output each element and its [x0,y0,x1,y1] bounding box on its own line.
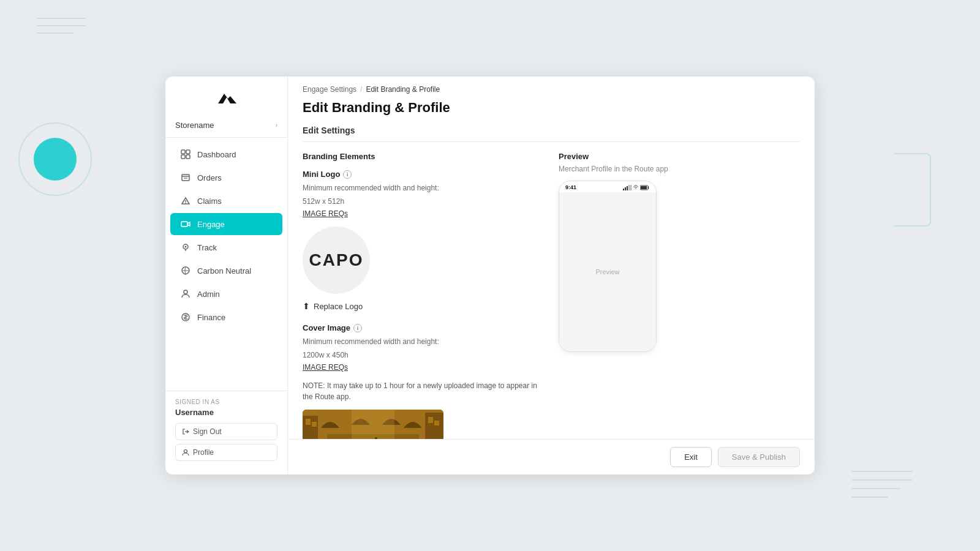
svg-rect-7 [181,150,185,154]
logo-preview-text: CAPO [309,250,364,270]
page-title: Edit Branding & Profile [303,100,800,116]
sidebar-label-engage: Engage [197,220,225,229]
svg-rect-27 [306,419,311,425]
sidebar-label-finance: Finance [197,313,225,322]
phone-status-icons [623,185,650,190]
svg-point-24 [184,450,187,453]
svg-rect-28 [312,422,317,427]
sidebar-label-dashboard: Dashboard [197,150,236,159]
breadcrumb: Engage Settings / Edit Branding & Profil… [303,85,800,94]
branding-elements-title: Branding Elements [303,152,544,161]
cover-image-info-icon[interactable]: i [353,324,362,332]
sidebar-label-track: Track [197,243,217,252]
phone-preview-label: Preview [595,268,619,276]
profile-button[interactable]: Profile [175,444,277,461]
svg-point-15 [185,203,186,204]
svg-rect-43 [641,186,647,189]
bg-decoration-circle-inner [34,138,77,181]
username-label: Username [175,408,277,417]
bg-decoration-bracket [894,153,931,227]
svg-rect-39 [627,186,628,190]
sidebar-label-claims: Claims [197,197,222,206]
breadcrumb-sep: / [360,85,362,94]
sidebar-footer: SIGNED IN AS Username Sign Out Profile [165,391,287,465]
sign-out-button[interactable]: Sign Out [175,423,277,440]
sidebar-item-admin[interactable]: Admin [170,283,282,305]
sidebar-item-claims[interactable]: Claims [170,190,282,212]
finance-icon [180,312,191,323]
sidebar-item-finance[interactable]: Finance [170,306,282,328]
save-publish-button[interactable]: Save & Publish [718,447,800,467]
cover-image-desc1: Minimum recommended width and height: [303,336,544,347]
chevron-right-icon: › [276,122,277,129]
phone-time: 9:41 [565,184,576,190]
orders-icon [180,172,191,183]
signal-bars-icon [623,185,631,190]
bottom-action-bar: Exit Save & Publish [288,439,815,474]
sign-out-label: Sign Out [193,427,222,436]
profile-label: Profile [193,448,214,457]
mini-logo-image-req-link[interactable]: IMAGE REQs [303,209,544,218]
sidebar-label-admin: Admin [197,290,220,299]
engage-icon [180,219,191,230]
replace-logo-button[interactable]: ⬆ Replace Logo [303,301,363,311]
claims-icon [180,195,191,206]
phone-mockup: 9:41 [559,181,657,352]
sidebar-label-orders: Orders [197,173,222,182]
svg-rect-40 [628,185,630,190]
sidebar-label-carbon: Carbon Neutral [197,266,251,276]
cover-image-label: Cover Image i [303,323,544,332]
svg-rect-37 [623,189,624,190]
sidebar-item-dashboard[interactable]: Dashboard [170,143,282,165]
cover-image-req-link[interactable]: IMAGE REQs [303,363,544,372]
sidebar-item-engage[interactable]: Engage [170,213,282,235]
mini-logo-section: Mini Logo i Minimum recommended width an… [303,170,544,311]
sidebar-item-carbon-neutral[interactable]: Carbon Neutral [170,260,282,282]
preview-subtitle: Merchant Profile in the Route app [559,165,800,173]
svg-point-18 [185,246,187,248]
top-bar: Engage Settings / Edit Branding & Profil… [288,77,815,116]
cover-image-desc2: 1200w x 450h [303,350,544,361]
svg-rect-9 [181,155,185,159]
cover-image-note: NOTE: It may take up to 1 hour for a new… [303,380,544,402]
two-column-layout: Branding Elements Mini Logo i Minimum re… [303,152,800,452]
svg-rect-41 [630,185,631,190]
svg-rect-10 [186,155,190,159]
track-icon [180,242,191,253]
sign-out-icon [182,428,189,435]
store-selector[interactable]: Storename › [165,116,287,138]
main-content: Engage Settings / Edit Branding & Profil… [288,77,815,474]
main-window: Storename › Dashboard [165,77,815,474]
signed-in-label: SIGNED IN AS [175,399,277,405]
breadcrumb-parent[interactable]: Engage Settings [303,85,356,94]
mini-logo-info-icon[interactable]: i [343,170,352,179]
mini-logo-label: Mini Logo i [303,170,544,179]
admin-icon [180,288,191,299]
svg-rect-8 [186,150,190,154]
exit-button[interactable]: Exit [670,447,712,467]
profile-icon [182,449,189,456]
branding-elements-col: Branding Elements Mini Logo i Minimum re… [303,152,544,452]
sidebar: Storename › Dashboard [165,77,288,474]
svg-rect-30 [428,417,433,423]
bg-lines-br [851,465,925,508]
svg-rect-11 [182,174,189,181]
dashboard-icon [180,149,191,160]
app-logo [165,77,287,116]
logo-preview-circle: CAPO [303,227,370,294]
bg-lines-tl [37,12,98,43]
mini-logo-desc2: 512w x 512h [303,196,544,207]
preview-col: Preview Merchant Profile in the Route ap… [559,152,800,452]
mini-logo-desc1: Minimum recommended width and height: [303,182,544,193]
upload-icon: ⬆ [303,301,310,311]
carbon-icon [180,265,191,276]
cover-image-section: Cover Image i Minimum recommended width … [303,323,544,452]
battery-icon [640,185,650,190]
sidebar-item-track[interactable]: Track [170,236,282,258]
svg-rect-16 [181,222,187,227]
logo-icon [213,89,240,108]
content-area: Edit Settings Branding Elements Mini Log… [288,116,815,474]
store-name: Storename [175,121,214,130]
sidebar-item-orders[interactable]: Orders [170,167,282,189]
preview-title: Preview [559,152,800,161]
